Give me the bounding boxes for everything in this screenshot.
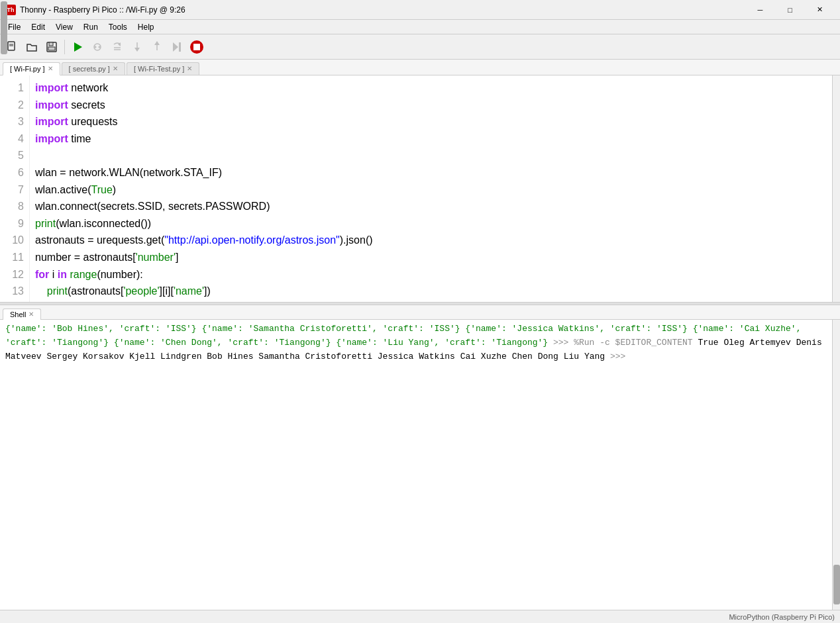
status-text: MicroPython (Raspberry Pi Pico) [729,613,835,621]
svg-marker-17 [173,42,178,52]
shell-tab[interactable]: Shell ✕ [3,309,41,320]
titlebar-left: Th Thonny - Raspberry Pi Pico :: /Wi-Fi.… [5,5,185,15]
shell-tab-label: Shell [10,311,26,318]
editor-scrollbar[interactable] [832,75,840,302]
step-over-button[interactable] [108,38,127,56]
svg-point-8 [95,46,97,48]
stop-button[interactable] [187,38,206,56]
menu-tools[interactable]: Tools [103,21,132,33]
tab-secrets-py-close[interactable]: ✕ [113,66,118,72]
svg-rect-5 [48,47,55,50]
tab-wifi-py[interactable]: [ Wi-Fi.py ] ✕ [3,62,60,75]
open-button[interactable] [23,38,41,56]
window-title: Thonny - Raspberry Pi Pico :: /Wi-Fi.py … [20,5,185,15]
svg-rect-4 [49,42,53,46]
editor-area: 1 2 3 4 5 6 7 8 9 10 11 12 13 import net… [0,75,840,302]
tab-wifi-test-py[interactable]: [ Wi-Fi-Test.py ] ✕ [127,62,199,75]
svg-point-9 [99,46,101,48]
svg-rect-18 [179,42,181,52]
menu-view[interactable]: View [50,21,78,33]
svg-marker-6 [74,42,82,52]
save-button[interactable] [42,38,61,56]
run-button[interactable] [68,38,87,56]
resume-button[interactable] [168,38,186,56]
shell-tab-close[interactable]: ✕ [28,311,34,318]
tab-wifi-test-py-close[interactable]: ✕ [187,66,192,72]
tab-wifi-py-label: [ Wi-Fi.py ] [10,65,45,73]
maximize-button[interactable]: □ [775,0,805,20]
titlebar: Th Thonny - Raspberry Pi Pico :: /Wi-Fi.… [0,0,840,20]
tab-wifi-py-close[interactable]: ✕ [48,66,53,72]
close-button[interactable]: ✕ [805,0,835,20]
shell-scrollbar-thumb[interactable] [833,565,840,604]
editor-tabs: [ Wi-Fi.py ] ✕ [ secrets.py ] ✕ [ Wi-Fi-… [0,60,840,75]
toolbar-sep-1 [64,40,65,54]
code-editor[interactable]: import network import secrets import ure… [30,75,832,302]
menu-help[interactable]: Help [132,21,160,33]
statusbar: MicroPython (Raspberry Pi Pico) [0,610,840,623]
menu-edit[interactable]: Edit [26,21,50,33]
shell-panel: Shell ✕ {'name': 'Bob Hines', 'craft': '… [0,305,840,610]
svg-marker-16 [154,41,160,45]
minimize-button[interactable]: ─ [745,0,775,20]
shell-tab-bar: Shell ✕ [0,305,840,320]
toolbar [0,34,840,60]
shell-content[interactable]: {'name': 'Bob Hines', 'craft': 'ISS'} {'… [0,320,832,610]
window-controls: ─ □ ✕ [745,0,835,20]
tab-secrets-py[interactable]: [ secrets.py ] ✕ [62,62,125,75]
svg-marker-14 [134,48,140,52]
shell-scrollbar[interactable] [832,320,840,610]
menu-run[interactable]: Run [78,21,103,33]
menubar: File Edit View Run Tools Help [0,20,840,34]
tab-secrets-py-label: [ secrets.py ] [69,65,110,73]
step-into-button[interactable] [128,38,146,56]
step-out-button[interactable] [148,38,166,56]
line-numbers: 1 2 3 4 5 6 7 8 9 10 11 12 13 [0,75,30,302]
debug-button[interactable] [88,38,107,56]
tab-wifi-test-py-label: [ Wi-Fi-Test.py ] [134,65,184,73]
svg-rect-20 [193,44,200,50]
